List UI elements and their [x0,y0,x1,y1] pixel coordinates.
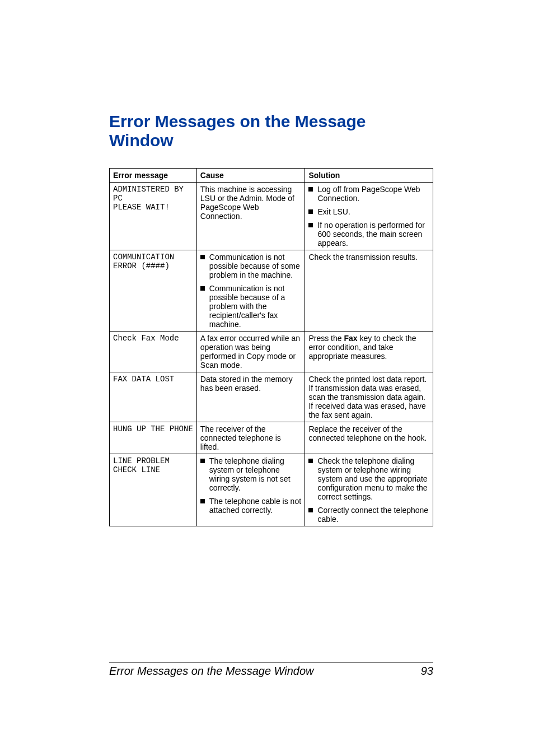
cause-cell: The telephone dialing system or telephon… [196,454,305,526]
footer-text: Error Messages on the Message Window [109,665,314,678]
table-row: LINE PROBLEM CHECK LINE The telephone di… [110,454,433,526]
col-solution: Solution [305,169,433,183]
table-row: ADMINISTERED BY PC PLEASE WAIT! This mac… [110,183,433,250]
col-error-message: Error message [110,169,197,183]
error-message-cell: ADMINISTERED BY PC PLEASE WAIT! [110,183,197,250]
page-number: 93 [421,665,433,678]
solution-cell: Check the telephone dialing system or te… [305,454,433,526]
list-item: If no operation is performed for 600 sec… [308,221,429,248]
error-message-cell: HUNG UP THE PHONE [110,422,197,454]
cause-cell: The receiver of the connected telephone … [196,422,305,454]
list-item: The telephone cable is not attached corr… [200,497,302,515]
list-item: The telephone dialing system or telephon… [200,456,302,492]
error-message-cell: Check Fax Mode [110,332,197,372]
cause-cell: Data stored in the memory has been erase… [196,372,305,422]
error-message-cell: LINE PROBLEM CHECK LINE [110,454,197,526]
error-message-cell: FAX DATA LOST [110,372,197,422]
table-row: FAX DATA LOST Data stored in the memory … [110,372,433,422]
cause-cell: A fax error occurred while an operation … [196,332,305,372]
solution-cell: Check the printed lost data report. If t… [305,372,433,422]
col-cause: Cause [196,169,305,183]
solution-text-prefix: Press the [308,334,344,343]
cause-cell: This machine is accessing LSU or the Adm… [196,183,305,250]
table-row: Check Fax Mode A fax error occurred whil… [110,332,433,372]
list-item: Check the telephone dialing system or te… [308,456,429,501]
list-item: Log off from PageScope Web Connection. [308,185,429,203]
list-item: Communication is not possible because of… [200,284,302,329]
solution-text-bold: Fax [344,334,357,343]
error-message-cell: COMMUNICATION ERROR (####) [110,250,197,332]
error-table: Error message Cause Solution ADMINISTERE… [109,168,433,526]
list-item: Communication is not possible because of… [200,253,302,279]
solution-cell: Check the transmission results. [305,250,433,332]
list-item: Exit LSU. [308,207,429,216]
page-title: Error Messages on the Message Window [109,112,433,150]
cause-cell: Communication is not possible because of… [196,250,305,332]
table-row: HUNG UP THE PHONE The receiver of the co… [110,422,433,454]
page-footer: Error Messages on the Message Window 93 [109,662,433,678]
solution-cell: Press the Fax key to check the error con… [305,332,433,372]
solution-cell: Replace the receiver of the connected te… [305,422,433,454]
list-item: Correctly connect the telephone cable. [308,506,429,524]
table-row: COMMUNICATION ERROR (####) Communication… [110,250,433,332]
solution-cell: Log off from PageScope Web Connection. E… [305,183,433,250]
